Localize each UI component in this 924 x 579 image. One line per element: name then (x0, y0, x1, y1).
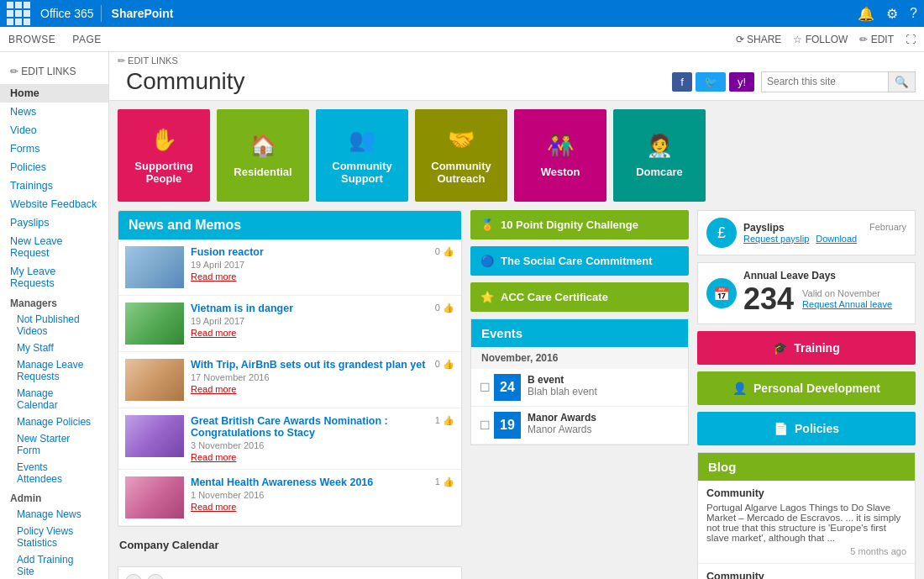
payslips-icon: £ (706, 218, 737, 248)
sidebar-item-my-leave[interactable]: My Leave Requests (0, 262, 108, 292)
sidebar-item-my-staff[interactable]: My Staff (0, 340, 108, 356)
news-title-5[interactable]: Mental Health Awareness Week 2016 (191, 476, 428, 488)
events-header: Events (471, 319, 688, 347)
news-title-1[interactable]: Fusion reactor (191, 246, 428, 258)
page-title: Community (118, 68, 672, 95)
news-readmore-5[interactable]: Read more (191, 502, 428, 512)
news-thumb-4 (125, 415, 184, 457)
app-grid-icon[interactable] (7, 2, 30, 25)
news-likes-3: 0 👍 (435, 359, 454, 370)
community-outreach-icon: 🤝 (448, 127, 475, 153)
news-likes-2: 0 👍 (435, 303, 454, 313)
request-annual-leave-link[interactable]: Request Annual leave (802, 299, 892, 309)
edit-links-sidebar[interactable]: ✏ EDIT LINKS (0, 59, 108, 84)
cal-prev-button[interactable]: ◀ (125, 574, 142, 579)
news-title-3[interactable]: With Trip, AirBnB sets out its grandest … (191, 359, 428, 371)
leave-card: 📅 Annual Leave Days 234 Valid on Novembe… (697, 262, 916, 324)
sidebar-item-new-starter[interactable]: New Starter Form (0, 430, 108, 459)
edit-button[interactable]: ✏ EDIT (859, 34, 894, 45)
sidebar-item-manage-news[interactable]: Manage News (0, 506, 108, 523)
sidebar-item-trainings[interactable]: Trainings (0, 176, 108, 195)
sidebar-item-video[interactable]: Video (0, 121, 108, 139)
follow-button[interactable]: ☆ FOLLOW (793, 34, 848, 45)
help-icon[interactable]: ? (910, 6, 917, 21)
training-button[interactable]: 🎓 Training (697, 331, 916, 365)
event-title-1: B event (528, 374, 597, 386)
news-title-2[interactable]: Vietnam is in danger (191, 303, 428, 314)
sidebar-item-forms[interactable]: Forms (0, 139, 108, 158)
sidebar-item-events-attendees[interactable]: Events Attendees (0, 459, 108, 487)
event-item-2[interactable]: ☐ 19 Manor Awards Manor Awards (471, 407, 688, 445)
sidebar-item-news[interactable]: News (0, 103, 108, 121)
facebook-button[interactable]: f (672, 72, 692, 92)
edit-links-bar[interactable]: ✏ EDIT LINKS (118, 55, 916, 68)
news-title-4[interactable]: Great British Care Awards Nomination : C… (191, 415, 428, 439)
blog-item-1: Community Portugal Algarve Lagos Things … (698, 481, 915, 564)
social-icons: f 🐦 y! (672, 72, 754, 92)
sidebar-item-policy-views[interactable]: Policy Views Statistics (0, 523, 108, 551)
event-day-2: 19 (494, 412, 521, 439)
news-body-2: Vietnam is in danger 19 April 2017 Read … (191, 303, 428, 338)
event-sub-2: Manor Awards (528, 424, 596, 435)
tile-weston[interactable]: 👫 Weston (514, 109, 606, 202)
training-icon: 🎓 (773, 341, 787, 355)
tile-weston-label: Weston (541, 166, 580, 178)
yammer-button[interactable]: y! (729, 72, 754, 92)
tile-community-outreach[interactable]: 🤝 Community Outreach (415, 109, 507, 202)
event-detail-1: B event Blah blah event (528, 374, 597, 397)
tile-domcare[interactable]: 🧑‍⚕️ Domcare (613, 109, 706, 202)
acc-icon: ⭐ (480, 291, 494, 303)
sidebar-item-not-published[interactable]: Not Published Videos (0, 311, 108, 340)
sidebar-item-manage-policies[interactable]: Manage Policies (0, 413, 108, 430)
sidebar-item-manage-leave[interactable]: Manage Leave Requests (0, 356, 108, 385)
browse-link[interactable]: BROWSE (8, 34, 55, 45)
news-item-1: Fusion reactor 19 April 2017 Read more 0… (118, 239, 461, 296)
expand-button[interactable]: ⛶ (906, 34, 916, 45)
page-link[interactable]: PAGE (72, 34, 101, 45)
news-readmore-1[interactable]: Read more (191, 271, 428, 282)
notification-icon[interactable]: 🔔 (858, 6, 874, 22)
sidebar-item-payslips[interactable]: Payslips (0, 213, 108, 232)
share-button[interactable]: ⟳ SHARE (736, 34, 782, 45)
community-support-icon: 👥 (349, 127, 375, 153)
tile-residential[interactable]: 🏠 Residential (217, 109, 309, 202)
twitter-button[interactable]: 🐦 (696, 72, 726, 92)
news-readmore-4[interactable]: Read more (191, 452, 428, 462)
sidebar-item-website-feedback[interactable]: Website Feedback (0, 195, 108, 213)
news-date-1: 19 April 2017 (191, 260, 428, 270)
news-thumb-5 (125, 476, 184, 518)
personal-dev-button[interactable]: 👤 Personal Development (697, 371, 916, 405)
sidebar-item-policies[interactable]: Policies (0, 158, 108, 176)
download-link[interactable]: Download (816, 234, 857, 244)
tile-community-outreach-label: Community Outreach (422, 160, 501, 185)
event-title-2: Manor Awards (528, 412, 596, 424)
sidebar-item-home[interactable]: Home (0, 84, 108, 103)
news-section: News and Memos Fusion reactor 19 April 2… (118, 210, 462, 527)
tile-community-support[interactable]: 👥 Community Support (316, 109, 408, 202)
tile-community-support-label: Community Support (323, 160, 402, 185)
request-payslip-link[interactable]: Request payslip (743, 234, 809, 244)
top-bar: Office 365 SharePoint 🔔 ⚙ ? (0, 0, 924, 27)
top-bar-icons: 🔔 ⚙ ? (858, 6, 917, 22)
sidebar-item-manage-calendar[interactable]: Manage Calendar (0, 385, 108, 413)
sidebar-item-add-training[interactable]: Add Training Site (0, 551, 108, 579)
policies-icon: 📄 (774, 422, 788, 435)
payslips-info: Payslips February Request payslip Downlo… (743, 222, 906, 244)
policies-button[interactable]: 📄 Policies (697, 412, 916, 445)
news-readmore-2[interactable]: Read more (191, 328, 428, 338)
event-detail-2: Manor Awards Manor Awards (528, 412, 596, 435)
challenge-button[interactable]: 🏅 10 Point Dignity Challenge (470, 210, 689, 239)
search-input[interactable] (762, 73, 888, 90)
event-item-1[interactable]: ☐ 24 B event Blah blah event (471, 369, 688, 407)
social-care-button[interactable]: 🔵 The Social Care Commitment (470, 246, 689, 276)
tile-supporting-people[interactable]: ✋ Supporting People (118, 109, 210, 202)
settings-icon[interactable]: ⚙ (886, 6, 898, 22)
news-readmore-3[interactable]: Read more (191, 384, 428, 394)
search-button[interactable]: 🔍 (888, 72, 915, 92)
tiles-row: ✋ Supporting People 🏠 Residential 👥 Comm… (118, 109, 916, 202)
calendar-title-label: Company Calendar (118, 535, 462, 555)
cal-next-button[interactable]: ▶ (147, 574, 164, 579)
sidebar-item-new-leave[interactable]: New Leave Request (0, 232, 108, 262)
leave-title: Annual Leave Days (743, 270, 906, 282)
acc-care-button[interactable]: ⭐ ACC Care Certificate (470, 282, 689, 312)
